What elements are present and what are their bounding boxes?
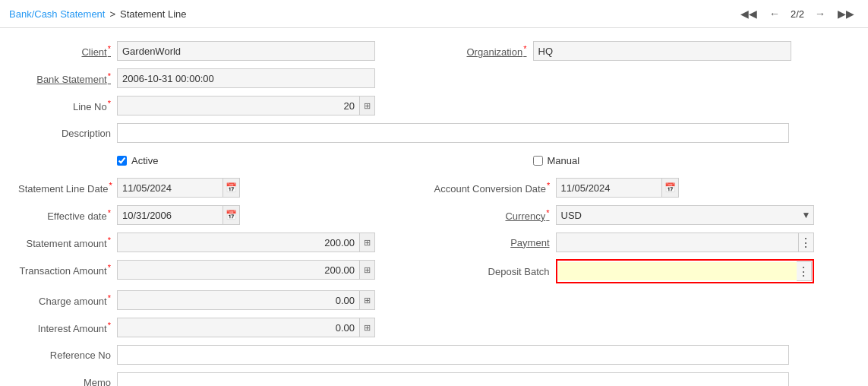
charge-amount-calc-icon[interactable]: ⊞ [360, 290, 375, 310]
form-container: Client* Organization* Bank Statement* Li… [0, 28, 868, 386]
txn-amount-row: Transaction Amount* ⊞ [18, 259, 434, 280]
org-row: Organization* [434, 40, 851, 62]
description-input[interactable] [117, 123, 789, 143]
col-manual: Manual [434, 150, 851, 177]
org-input[interactable] [533, 41, 791, 61]
currency-select[interactable]: USD [556, 205, 814, 225]
effective-date-row: Effective date* 📅 [18, 204, 434, 226]
col-org: Organization* [434, 40, 851, 68]
last-page-button[interactable]: ▶▶ [833, 5, 859, 23]
stmt-amount-label: Statement amount* [18, 236, 117, 249]
payment-input[interactable] [556, 233, 799, 252]
memo-row: Memo [18, 372, 850, 386]
client-label: Client* [18, 44, 117, 58]
stmt-line-date-label: Statement Line Date* [18, 181, 117, 195]
acct-conv-date-label: Account Conversion Date* [434, 181, 556, 195]
breadcrumb: Bank/Cash Statement > Statement Line [9, 8, 187, 20]
effective-date-field: 📅 [117, 205, 240, 225]
stmt-line-date-field: 📅 [117, 178, 240, 198]
interest-amount-row: Interest Amount* ⊞ [18, 317, 850, 338]
org-label: Organization* [434, 44, 533, 58]
stmt-amount-input[interactable] [117, 233, 360, 252]
client-row: Client* [18, 40, 434, 62]
interest-amount-input[interactable] [117, 318, 360, 337]
deposit-batch-input[interactable] [558, 262, 797, 280]
txn-amt-required-star: * [108, 263, 111, 272]
memo-label: Memo [18, 377, 117, 387]
acct-conv-date-input[interactable] [556, 178, 662, 198]
active-checkbox-row: Active [117, 155, 158, 166]
charge-amount-field: ⊞ [117, 290, 375, 310]
stmt-line-date-calendar-icon[interactable]: 📅 [223, 178, 240, 198]
interest-amount-field: ⊞ [117, 318, 375, 337]
description-row: Description [18, 122, 850, 144]
manual-checkbox[interactable] [533, 156, 543, 166]
col-txn-amount: Transaction Amount* ⊞ [18, 259, 434, 290]
interest-amount-label: Interest Amount* [18, 321, 117, 334]
effective-date-label: Effective date* [18, 208, 117, 222]
description-label: Description [18, 128, 117, 139]
active-checkbox[interactable] [117, 156, 127, 166]
payment-row: Payment ⋮ [434, 232, 851, 253]
first-page-button[interactable]: ◀◀ [736, 5, 762, 23]
line-no-row: Line No* ⊞ [18, 95, 850, 116]
payment-more-options-icon[interactable]: ⋮ [799, 233, 814, 252]
payment-field-wrapper: ⋮ [556, 233, 814, 252]
col-client: Client* [18, 40, 434, 68]
charge-amount-input[interactable] [117, 290, 360, 310]
manual-label: Manual [548, 155, 580, 166]
row-eff-date-currency: Effective date* 📅 Currency* USD ▼ [18, 204, 850, 232]
deposit-batch-row: Deposit Batch ⋮ [434, 259, 851, 283]
stmt-date-required-star: * [109, 181, 112, 190]
interest-amount-calc-icon[interactable]: ⊞ [360, 318, 375, 337]
acct-conv-date-calendar-icon[interactable]: 📅 [662, 178, 679, 198]
txn-amount-label: Transaction Amount* [18, 263, 117, 277]
col-payment: Payment ⋮ [434, 232, 851, 259]
top-navigation: Bank/Cash Statement > Statement Line ◀◀ … [0, 0, 868, 28]
row-client-org: Client* Organization* [18, 40, 850, 68]
col-active: Active [18, 150, 434, 177]
reference-no-row: Reference No [18, 344, 850, 365]
acct-conv-date-row: Account Conversion Date* 📅 [434, 177, 851, 198]
line-no-field: ⊞ [117, 96, 375, 115]
stmt-amount-row: Statement amount* ⊞ [18, 232, 434, 253]
col-stmt-date: Statement Line Date* 📅 [18, 177, 434, 204]
stmt-line-date-input[interactable] [117, 178, 223, 198]
col-acct-conv-date: Account Conversion Date* 📅 [434, 177, 851, 204]
effective-date-input[interactable] [117, 205, 223, 225]
effective-date-calendar-icon[interactable]: 📅 [223, 205, 240, 225]
col-stmt-amount: Statement amount* ⊞ [18, 232, 434, 259]
col-eff-date: Effective date* 📅 [18, 204, 434, 232]
col-currency: Currency* USD ▼ [434, 204, 851, 232]
reference-no-label: Reference No [18, 350, 117, 361]
prev-page-button[interactable]: ← [765, 5, 784, 23]
pagination-controls: ◀◀ ← 2/2 → ▶▶ [736, 5, 859, 23]
charge-amount-row: Charge amount* ⊞ [18, 290, 850, 311]
next-page-button[interactable]: → [810, 5, 830, 23]
deposit-batch-label: Deposit Batch [434, 266, 556, 277]
memo-input[interactable] [117, 372, 789, 386]
reference-no-input[interactable] [117, 345, 789, 365]
stmt-amount-calc-icon[interactable]: ⊞ [360, 233, 375, 252]
col-deposit-batch: Deposit Batch ⋮ [434, 259, 851, 290]
line-no-input[interactable] [117, 96, 360, 115]
line-no-label: Line No* [18, 99, 117, 112]
manual-checkbox-row: Manual [533, 155, 580, 166]
txn-amount-input[interactable] [117, 260, 360, 280]
txn-amount-calc-icon[interactable]: ⊞ [360, 260, 375, 280]
line-no-calc-icon[interactable]: ⊞ [360, 96, 375, 115]
manual-row: Manual [434, 150, 851, 171]
interest-required-star: * [108, 321, 111, 330]
eff-date-required-star: * [108, 208, 111, 217]
bank-statement-label: Bank Statement* [18, 71, 117, 85]
charge-amount-label: Charge amount* [18, 293, 117, 307]
bank-statement-input[interactable] [117, 68, 375, 88]
deposit-batch-more-options-icon[interactable]: ⋮ [797, 261, 812, 281]
client-input[interactable] [117, 41, 375, 61]
breadcrumb-parent-link[interactable]: Bank/Cash Statement [9, 8, 105, 20]
stmt-amount-field: ⊞ [117, 233, 375, 252]
line-no-required-star: * [108, 99, 111, 108]
charge-required-star: * [108, 293, 111, 302]
client-required-star: * [108, 44, 111, 53]
stmt-line-date-row: Statement Line Date* 📅 [18, 177, 434, 198]
